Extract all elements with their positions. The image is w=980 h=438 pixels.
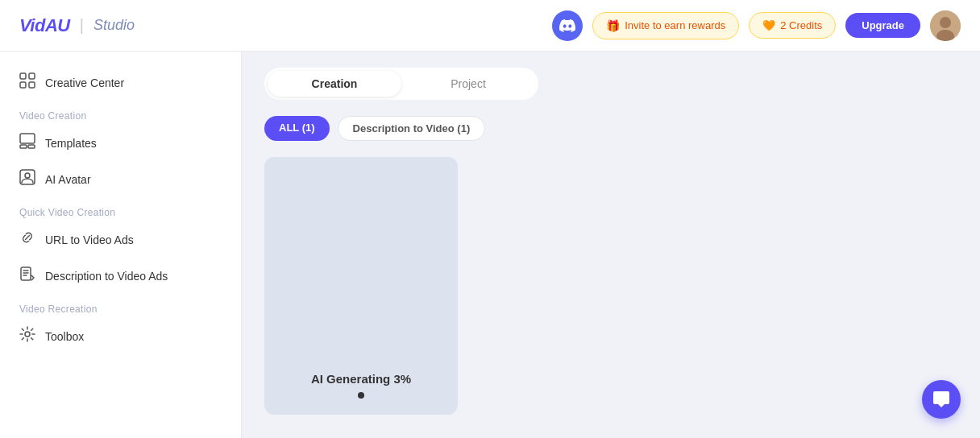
chat-button[interactable] [922, 380, 961, 419]
svg-rect-12 [21, 267, 31, 280]
sidebar-item-templates[interactable]: Templates [0, 125, 241, 161]
content-area: Creation Project ALL (1) Description to … [242, 52, 980, 438]
video-grid: AI Generating 3% [264, 157, 957, 415]
main-tabs: Creation Project [264, 68, 538, 100]
progress-dot [358, 392, 364, 399]
svg-point-11 [25, 173, 30, 178]
filter-all[interactable]: ALL (1) [264, 116, 330, 141]
url-to-video-label: URL to Video Ads [45, 233, 134, 246]
sidebar-item-creative-center[interactable]: Creative Center [0, 64, 241, 101]
svg-rect-9 [28, 145, 35, 148]
sidebar-item-ai-avatar[interactable]: AI Avatar [0, 161, 241, 197]
studio-label: Studio [93, 17, 135, 34]
templates-icon [19, 133, 35, 153]
credits-icon: 🧡 [762, 19, 775, 31]
discord-button[interactable] [552, 10, 583, 41]
video-creation-section-label: Video Creation [0, 101, 241, 125]
toolbox-label: Toolbox [45, 330, 84, 343]
ai-avatar-icon [19, 169, 35, 189]
upgrade-button[interactable]: Upgrade [845, 13, 920, 38]
tab-project[interactable]: Project [401, 71, 535, 97]
filter-tabs: ALL (1) Description to Video (1) [264, 116, 957, 141]
ai-avatar-label: AI Avatar [45, 173, 91, 186]
video-recreation-section-label: Video Recreation [0, 294, 241, 318]
svg-rect-7 [20, 134, 35, 143]
toolbox-icon [19, 326, 35, 346]
credits-label: 2 Credits [780, 19, 822, 31]
quick-video-section-label: Quick Video Creation [0, 197, 241, 221]
sidebar-item-toolbox[interactable]: Toolbox [0, 318, 241, 354]
desc-to-video-icon [19, 266, 35, 286]
invite-button[interactable]: 🎁 Invite to earn rewards [592, 12, 739, 39]
filter-desc-video[interactable]: Description to Video (1) [338, 116, 486, 141]
sidebar-item-desc-to-video[interactable]: Description to Video Ads [0, 258, 241, 294]
credits-button[interactable]: 🧡 2 Credits [749, 12, 836, 39]
url-icon [19, 229, 35, 250]
ai-generating-text: AI Generating 3% [311, 372, 411, 386]
avatar[interactable] [930, 10, 961, 41]
logo-divider: | [80, 16, 84, 35]
svg-rect-3 [20, 73, 26, 79]
svg-rect-4 [29, 73, 35, 79]
svg-point-1 [940, 17, 951, 28]
templates-label: Templates [45, 137, 97, 150]
desc-to-video-label: Description to Video Ads [45, 270, 168, 283]
svg-rect-5 [20, 82, 26, 88]
sidebar-item-url-to-video[interactable]: URL to Video Ads [0, 221, 241, 258]
header-right: 🎁 Invite to earn rewards 🧡 2 Credits Upg… [552, 10, 961, 41]
header-left: VidAU | Studio [19, 15, 135, 36]
video-card[interactable]: AI Generating 3% [264, 157, 458, 415]
invite-icon: 🎁 [606, 19, 620, 32]
svg-rect-8 [20, 145, 27, 148]
header: VidAU | Studio 🎁 Invite to earn rewards … [0, 0, 980, 52]
video-card-content: AI Generating 3% [311, 372, 411, 399]
logo: VidAU [19, 15, 70, 36]
sidebar: Creative Center Video Creation Templates [0, 52, 242, 438]
svg-rect-6 [29, 82, 35, 88]
invite-label: Invite to earn rewards [625, 19, 725, 31]
tab-creation[interactable]: Creation [268, 71, 401, 97]
grid-icon [19, 72, 35, 93]
creative-center-label: Creative Center [45, 76, 124, 89]
svg-point-13 [25, 332, 30, 337]
main-layout: Creative Center Video Creation Templates [0, 52, 980, 438]
